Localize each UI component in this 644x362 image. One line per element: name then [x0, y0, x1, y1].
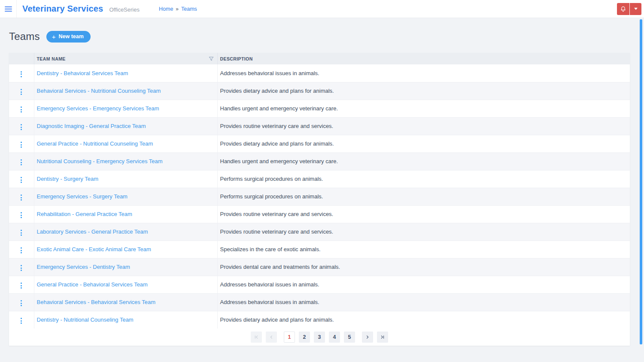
kebab-icon: [21, 177, 22, 183]
row-menu-button[interactable]: [18, 70, 24, 79]
new-team-button[interactable]: + New team: [46, 31, 91, 43]
team-description: Performs surgical procedures on animals.: [220, 176, 323, 182]
user-menu-dropdown-button[interactable]: [630, 3, 641, 15]
breadcrumb-current-link[interactable]: Teams: [181, 6, 197, 12]
kebab-icon: [21, 142, 22, 148]
pagination-page-5-button[interactable]: 5: [344, 332, 355, 343]
team-name-link[interactable]: Nutritional Counseling - Emergency Servi…: [37, 158, 163, 164]
kebab-icon: [21, 265, 22, 271]
caret-down-icon: [634, 8, 638, 10]
row-menu-button[interactable]: [18, 87, 24, 97]
vertical-scrollbar-thumb[interactable]: [640, 19, 642, 344]
pagination-page-3-button[interactable]: 3: [314, 332, 325, 343]
row-menu-button[interactable]: [18, 122, 24, 132]
app-title[interactable]: Veterinary Services: [22, 4, 103, 14]
pagination-page-4-button[interactable]: 4: [329, 332, 340, 343]
pagination-next-icon: [365, 335, 370, 340]
plus-icon: +: [52, 33, 56, 40]
top-bar: Veterinary Services OfficeSeries Home » …: [0, 0, 644, 18]
table-row: General Practice - Nutritional Counselin…: [9, 135, 630, 152]
team-description: Provides routine veterinary care and ser…: [220, 123, 334, 129]
table-body: Dentistry - Behavioral Services Team Add…: [9, 64, 630, 329]
row-menu-button[interactable]: [18, 140, 24, 149]
notifications-button[interactable]: [617, 3, 629, 15]
table-row: Diagnostic Imaging - General Practice Te…: [9, 117, 630, 135]
kebab-icon: [21, 89, 22, 95]
column-header-team-name-label: TEAM NAME: [37, 56, 66, 61]
row-menu-button[interactable]: [18, 246, 24, 255]
team-description: Provides routine veterinary care and ser…: [220, 211, 334, 217]
team-name-link[interactable]: Behavioral Services - Behavioral Service…: [37, 299, 156, 305]
column-header-description: DESCRIPTION: [217, 53, 630, 64]
team-description: Provides dental care and treatments for …: [220, 264, 340, 270]
breadcrumb: Home » Teams: [159, 0, 197, 18]
column-header-description-label: DESCRIPTION: [220, 56, 253, 61]
pagination-page-2-button[interactable]: 2: [299, 332, 310, 343]
team-name-link[interactable]: General Practice - Nutritional Counselin…: [37, 140, 153, 147]
main-content: Teams + New team TEAM NAME: [0, 18, 644, 346]
brand: Veterinary Services OfficeSeries: [22, 4, 140, 14]
team-description: Handles urgent and emergency veterinary …: [220, 105, 338, 112]
team-description: Provides routine veterinary care and ser…: [220, 228, 334, 235]
table-row: Behavioral Services - Behavioral Service…: [9, 293, 630, 311]
team-name-link[interactable]: Rehabilitation - General Practice Team: [37, 211, 132, 217]
row-menu-button[interactable]: [18, 175, 24, 185]
team-name-link[interactable]: Dentistry - Behavioral Services Team: [37, 70, 128, 76]
filter-icon[interactable]: [209, 56, 214, 61]
team-description: Provides dietary advice and plans for an…: [220, 140, 334, 147]
pagination-prev-icon: [269, 335, 274, 340]
team-name-link[interactable]: Emergency Services - Dentistry Team: [37, 264, 130, 270]
table-row: Laboratory Services - General Practice T…: [9, 223, 630, 240]
row-menu-button[interactable]: [18, 228, 24, 237]
table-row: Dentistry - Behavioral Services Team Add…: [9, 64, 630, 82]
table-row: Behavioral Services - Nutritional Counse…: [9, 82, 630, 100]
row-menu-button[interactable]: [18, 193, 24, 202]
kebab-icon: [21, 195, 22, 201]
kebab-icon: [21, 318, 22, 324]
column-header-actions: [9, 53, 34, 64]
kebab-icon: [21, 124, 22, 130]
pagination-next-button[interactable]: [362, 332, 373, 343]
team-name-link[interactable]: Emergency Services - Emergency Services …: [37, 105, 159, 112]
team-name-link[interactable]: Diagnostic Imaging - General Practice Te…: [37, 123, 146, 129]
row-menu-button[interactable]: [18, 263, 24, 273]
bell-icon: [620, 6, 626, 12]
new-team-button-label: New team: [58, 33, 83, 40]
row-menu-button[interactable]: [18, 158, 24, 167]
team-description: Specializes in the care of exotic animal…: [220, 246, 321, 252]
kebab-icon: [21, 159, 22, 165]
kebab-icon: [21, 300, 22, 306]
column-header-team-name: TEAM NAME: [34, 53, 217, 64]
team-name-link[interactable]: Exotic Animal Care - Exotic Animal Care …: [37, 246, 151, 252]
team-name-link[interactable]: Laboratory Services - General Practice T…: [37, 228, 148, 235]
breadcrumb-home-link[interactable]: Home: [159, 6, 173, 12]
row-menu-button[interactable]: [18, 298, 24, 308]
team-name-link[interactable]: Dentistry - Surgery Team: [37, 176, 99, 182]
hamburger-menu-button[interactable]: [0, 0, 17, 18]
table-row: Rehabilitation - General Practice Team P…: [9, 205, 630, 223]
row-menu-button[interactable]: [18, 105, 24, 114]
table-row: Exotic Animal Care - Exotic Animal Care …: [9, 240, 630, 258]
pagination-last-button[interactable]: [377, 332, 388, 343]
team-description: Handles urgent and emergency veterinary …: [220, 158, 338, 164]
row-menu-button[interactable]: [18, 210, 24, 220]
teams-table: TEAM NAME DESCRIPTION: [9, 53, 630, 329]
team-name-link[interactable]: Emergency Services - Surgery Team: [37, 193, 128, 200]
kebab-icon: [21, 212, 22, 218]
team-name-link[interactable]: Behavioral Services - Nutritional Counse…: [37, 88, 161, 94]
team-description: Performs surgical procedures on animals.: [220, 193, 323, 200]
row-menu-button[interactable]: [18, 316, 24, 325]
app-subtitle: OfficeSeries: [109, 6, 140, 13]
pagination-last-icon: [380, 335, 385, 340]
pagination: 12345: [9, 329, 630, 346]
table-row: Dentistry - Surgery Team Performs surgic…: [9, 170, 630, 188]
page-title: Teams: [9, 30, 40, 43]
team-name-link[interactable]: General Practice - Behavioral Services T…: [37, 281, 148, 288]
table-header-row: TEAM NAME DESCRIPTION: [9, 53, 630, 64]
header-actions: [617, 3, 641, 15]
team-name-link[interactable]: Dentistry - Nutritional Counseling Team: [37, 316, 134, 323]
table-row: Nutritional Counseling - Emergency Servi…: [9, 152, 630, 170]
table-row: Emergency Services - Surgery Team Perfor…: [9, 188, 630, 205]
pagination-page-1-button: 1: [284, 332, 295, 343]
row-menu-button[interactable]: [18, 281, 24, 290]
